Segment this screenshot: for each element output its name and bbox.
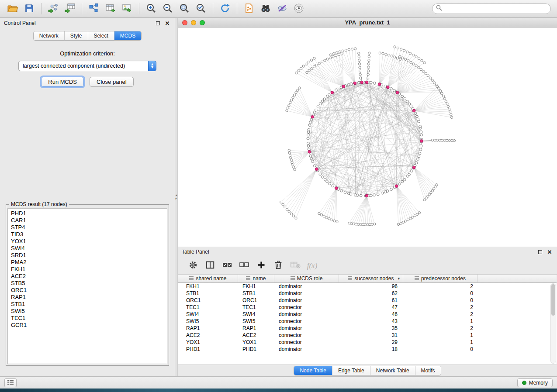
delete-table-button[interactable] [287, 259, 303, 272]
table-row[interactable]: ORC1ORC1dominator610 [178, 297, 557, 304]
table-cell[interactable]: TEC1 [238, 304, 274, 311]
criterion-dropdown[interactable]: largest connected component (undirected)… [18, 61, 156, 71]
table-cell[interactable]: 2 [403, 283, 477, 290]
window-close-icon[interactable] [182, 20, 187, 25]
close-panel-button[interactable]: ✕ [164, 20, 171, 27]
list-item[interactable]: RAP1 [11, 294, 167, 301]
table-row[interactable]: YOX1YOX1connector291 [178, 339, 557, 346]
table-row[interactable]: TEC1TEC1connector472 [178, 304, 557, 311]
column-header-successor-nodes[interactable]: successor nodes ▾ [339, 275, 403, 282]
list-item[interactable]: TEC1 [11, 315, 167, 322]
list-item[interactable]: PMA2 [11, 259, 167, 266]
table-cell[interactable]: FKH1 [238, 283, 274, 290]
splitter-handle-icon[interactable]: ◂▸ [175, 193, 177, 200]
table-cell[interactable]: SWI4 [238, 311, 274, 318]
select-all-columns-button[interactable] [219, 259, 235, 272]
table-cell[interactable]: STB1 [178, 290, 238, 297]
float-table-panel-button[interactable] [536, 248, 543, 255]
export-image-button[interactable] [119, 2, 135, 16]
table-cell[interactable]: 96 [339, 283, 403, 290]
network-canvas[interactable] [178, 28, 557, 247]
memory-button[interactable]: Memory [517, 378, 553, 387]
find-button[interactable] [257, 2, 274, 16]
table-row[interactable]: RAP1RAP1dominator352 [178, 325, 557, 332]
table-cell[interactable]: STB1 [238, 290, 274, 297]
table-cell[interactable]: ORC1 [238, 297, 274, 304]
table-cell[interactable]: 43 [339, 318, 403, 325]
import-network-button[interactable] [45, 2, 62, 16]
list-item[interactable]: STP4 [11, 224, 167, 231]
table-cell[interactable]: 46 [339, 311, 403, 318]
table-row[interactable]: FKH1FKH1dominator962 [178, 283, 557, 290]
tab-network-table[interactable]: Network Table [370, 366, 415, 375]
column-header-predecessor-nodes[interactable]: predecessor nodes [403, 275, 477, 282]
table-cell[interactable]: dominator [274, 311, 339, 318]
table-cell[interactable]: ACE2 [178, 332, 238, 339]
zoom-in-button[interactable] [143, 2, 159, 16]
tab-style[interactable]: Style [65, 31, 88, 40]
table-cell[interactable]: dominator [274, 297, 339, 304]
zoom-selected-button[interactable] [193, 2, 209, 16]
table-cell[interactable]: YOX1 [238, 339, 274, 346]
list-item[interactable]: ACE2 [11, 273, 167, 280]
panel-splitter[interactable]: ◂▸ [175, 18, 178, 376]
export-table-button[interactable] [102, 2, 119, 16]
table-cell[interactable]: SWI5 [178, 318, 238, 325]
table-cell[interactable]: PHD1 [238, 346, 274, 353]
list-item[interactable]: PHD1 [11, 210, 167, 217]
table-cell[interactable]: connector [274, 332, 339, 339]
table-cell[interactable]: RAP1 [178, 325, 238, 332]
run-mcds-button[interactable]: Run MCDS [41, 77, 84, 87]
show-columns-button[interactable] [202, 259, 218, 272]
list-item[interactable]: FKH1 [11, 266, 167, 273]
tab-motifs[interactable]: Motifs [415, 366, 441, 375]
table-cell[interactable]: dominator [274, 283, 339, 290]
table-cell[interactable]: connector [274, 339, 339, 346]
list-item[interactable]: SWI4 [11, 245, 167, 252]
save-session-button[interactable] [21, 2, 38, 16]
close-mcds-panel-button[interactable]: Close panel [90, 77, 134, 87]
unselect-all-columns-button[interactable] [236, 259, 252, 272]
table-cell[interactable]: dominator [274, 346, 339, 353]
table-row[interactable]: ACE2ACE2connector311 [178, 332, 557, 339]
table-cell[interactable]: 31 [339, 332, 403, 339]
scrollbar-thumb[interactable] [551, 284, 555, 316]
search-input[interactable] [445, 6, 547, 12]
show-graphics-details-button[interactable] [291, 2, 307, 16]
table-cell[interactable]: connector [274, 304, 339, 311]
table-cell[interactable]: FKH1 [178, 283, 238, 290]
network-titlebar[interactable]: YPA_prune.txt_1 [178, 18, 557, 28]
annotation-share-button[interactable] [241, 2, 257, 16]
table-cell[interactable]: 29 [339, 339, 403, 346]
hide-graphics-details-button[interactable] [274, 2, 291, 16]
table-cell[interactable]: SWI4 [178, 311, 238, 318]
table-settings-button[interactable] [185, 259, 201, 272]
list-item[interactable]: STB1 [11, 301, 167, 308]
table-cell[interactable]: dominator [274, 290, 339, 297]
table-cell[interactable]: 2 [403, 304, 477, 311]
tab-select[interactable]: Select [88, 31, 114, 40]
column-header-shared-name[interactable]: shared name [178, 275, 238, 282]
list-item[interactable]: STB5 [11, 280, 167, 287]
table-cell[interactable]: YOX1 [178, 339, 238, 346]
table-row[interactable]: SWI4SWI4dominator462 [178, 311, 557, 318]
list-item[interactable]: TID3 [11, 231, 167, 238]
table-cell[interactable]: 61 [339, 297, 403, 304]
list-item[interactable]: CAR1 [11, 217, 167, 224]
list-item[interactable]: SRD1 [11, 252, 167, 259]
list-item[interactable]: ORC1 [11, 287, 167, 294]
sort-chevron-icon[interactable]: ▾ [398, 276, 400, 281]
table-cell[interactable]: TEC1 [178, 304, 238, 311]
table-cell[interactable]: 18 [339, 346, 403, 353]
task-history-button[interactable] [4, 378, 17, 387]
tab-mcds[interactable]: MCDS [114, 31, 141, 40]
table-cell[interactable]: 1 [403, 332, 477, 339]
tab-edge-table[interactable]: Edge Table [332, 366, 370, 375]
table-cell[interactable]: 0 [403, 346, 477, 353]
list-item[interactable]: YOX1 [11, 238, 167, 245]
tab-node-table[interactable]: Node Table [294, 366, 332, 375]
table-cell[interactable]: 1 [403, 339, 477, 346]
window-maximize-icon[interactable] [200, 20, 205, 25]
list-item[interactable]: GCR1 [11, 322, 167, 329]
table-cell[interactable]: 35 [339, 325, 403, 332]
